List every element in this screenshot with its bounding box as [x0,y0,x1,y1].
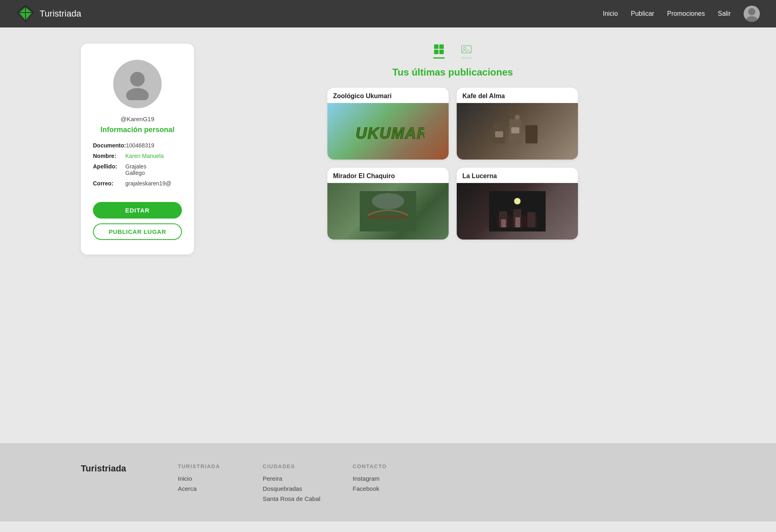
footer-link-santa-rosa[interactable]: Santa Rosa de Cabal [263,495,321,502]
tab-grid[interactable] [433,44,445,59]
svg-point-30 [514,198,521,204]
info-lastname-row: Apellido: Grajales Gallego [93,163,182,176]
avatar[interactable] [744,6,760,22]
avatar-icon [744,6,760,22]
publications-section: Tus últimas publicaciones Zoológico Ukum… [210,44,695,240]
photo-icon [461,44,472,55]
svg-rect-14 [439,50,444,54]
place-card-lucerna[interactable]: La Lucerna [457,168,578,240]
doc-value: 100468319 [126,142,154,149]
svg-rect-21 [495,131,503,137]
svg-rect-34 [527,212,536,227]
card-title-mirador: Mirador El Chaquiro [327,168,449,183]
publish-button[interactable]: PUBLICAR LUGAR [93,223,182,240]
svg-point-16 [464,47,466,50]
email-label: Correo: [93,180,125,187]
info-email-row: Correo: grajaleskaren19@ [93,180,182,187]
footer-link-instagram[interactable]: Instagram [353,475,405,482]
doc-label: Documento: [93,142,126,149]
logo-icon [16,4,35,23]
info-title: Información personal [100,126,174,134]
footer-col-contacto: CONTACTO Instagram Facebook [353,463,405,495]
name-value: Karen Manuela [125,153,164,159]
info-doc-row: Documento: 100468319 [93,142,182,149]
username: @KarenG19 [120,116,154,122]
svg-rect-22 [511,127,519,133]
section-title: Tus últimas publicaciones [392,67,513,78]
card-title-kafe: Kafe del Alma [457,88,578,103]
svg-rect-25 [368,215,408,219]
svg-rect-20 [525,125,538,143]
footer-link-inicio[interactable]: Inicio [178,475,230,482]
place-card-ukumari[interactable]: Zoológico Ukumari UKUMARÍ [327,88,449,160]
footer: Turistriada TURISTRIADA Inicio Acerca CI… [0,443,776,521]
mirador-img-svg [360,191,416,231]
kafe-img-svg [489,111,546,151]
profile-avatar-icon [121,68,154,100]
card-img-lucerna [457,183,578,240]
footer-brand: Turistriada [81,463,146,474]
lastname-value: Grajales Gallego [125,163,146,176]
svg-point-7 [748,8,755,15]
profile-avatar [113,60,162,108]
footer-col-turistriada: TURISTRIADA Inicio Acerca [178,463,230,495]
card-title-ukumari: Zoológico Ukumari [327,88,449,103]
nav-salir[interactable]: Salir [718,10,731,17]
svg-rect-11 [434,44,439,49]
card-img-kafe [457,103,578,160]
footer-col-ciudades: CIUDADES Pereira Dosquebradas Santa Rosa… [263,463,321,505]
nav-publicar[interactable]: Publicar [631,10,654,17]
lastname-label: Apellido: [93,163,125,170]
footer-link-facebook[interactable]: Facebook [353,485,405,492]
tabs-row [433,44,472,59]
edit-button[interactable]: EDITAR [93,202,182,219]
footer-col-turistriada-title: TURISTRIADA [178,463,230,469]
info-name-row: Nombre: Karen Manuela [93,153,182,159]
svg-text:UKUMARÍ: UKUMARÍ [356,124,424,142]
footer-inner: Turistriada TURISTRIADA Inicio Acerca CI… [81,463,695,505]
svg-point-23 [515,115,520,120]
card-title-lucerna: La Lucerna [457,168,578,183]
brand: Turistriada [16,4,81,23]
svg-point-28 [372,193,404,209]
card-img-mirador [327,183,449,240]
svg-point-8 [746,16,757,22]
app-title: Turistriada [40,8,81,19]
svg-rect-35 [501,219,506,227]
ukumari-text-svg: UKUMARÍ [352,119,424,143]
svg-rect-12 [439,44,444,49]
main-content: @KarenG19 Información personal Documento… [0,27,776,443]
nav-links: Inicio Publicar Promociones Salir [603,6,760,22]
nav-promociones[interactable]: Promociones [667,10,705,17]
nav-inicio[interactable]: Inicio [603,10,618,17]
footer-col-ciudades-title: CIUDADES [263,463,321,469]
email-value: grajaleskaren19@ [125,180,171,187]
profile-card: @KarenG19 Información personal Documento… [81,44,194,254]
card-img-ukumari: UKUMARÍ [327,103,449,160]
footer-link-acerca[interactable]: Acerca [178,485,230,492]
name-label: Nombre: [93,153,125,159]
navbar: Turistriada Inicio Publicar Promociones … [0,0,776,27]
cards-grid: Zoológico Ukumari UKUMARÍ Kafe del Alma [327,88,578,240]
svg-point-10 [126,88,149,100]
svg-point-9 [130,72,145,86]
grid-icon [433,44,445,55]
footer-link-dosquebradas[interactable]: Dosquebradas [263,485,321,492]
footer-col-contacto-title: CONTACTO [353,463,405,469]
lucerna-img-svg [489,191,546,231]
svg-rect-36 [515,217,520,227]
place-card-mirador[interactable]: Mirador El Chaquiro [327,168,449,240]
info-table: Documento: 100468319 Nombre: Karen Manue… [93,142,182,191]
footer-link-pereira[interactable]: Pereira [263,475,321,482]
place-card-kafe[interactable]: Kafe del Alma [457,88,578,160]
svg-rect-13 [434,50,439,54]
tab-photo[interactable] [461,44,472,59]
